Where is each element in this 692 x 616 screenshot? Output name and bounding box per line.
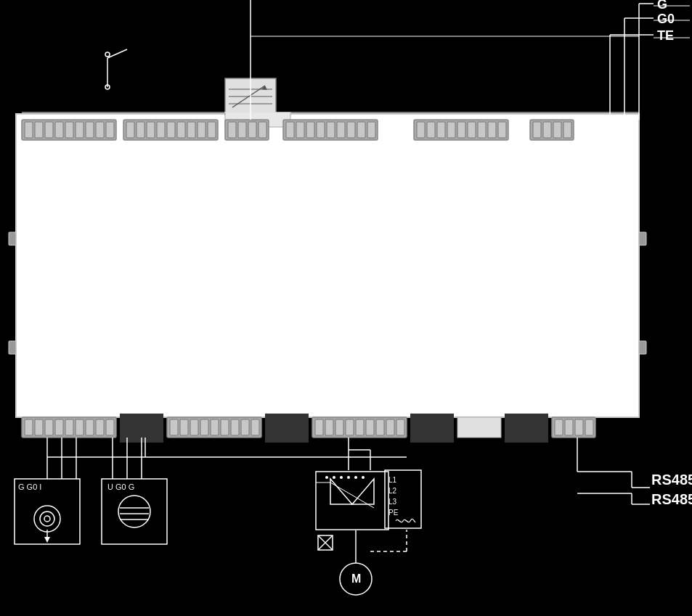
- svg-rect-20: [198, 122, 205, 138]
- svg-rect-45: [417, 122, 425, 138]
- svg-rect-14: [137, 122, 144, 138]
- svg-rect-75: [211, 419, 219, 435]
- svg-rect-9: [86, 122, 94, 138]
- svg-rect-97: [575, 419, 583, 435]
- svg-rect-95: [555, 419, 563, 435]
- svg-rect-32: [248, 122, 256, 138]
- svg-rect-68: [106, 419, 114, 435]
- svg-rect-13: [126, 122, 134, 138]
- svg-rect-1: [16, 114, 639, 417]
- svg-rect-85: [346, 419, 354, 435]
- svg-rect-8: [76, 122, 84, 138]
- svg-text:L3: L3: [388, 498, 397, 506]
- svg-rect-96: [565, 419, 573, 435]
- svg-rect-31: [238, 122, 246, 138]
- svg-rect-21: [208, 122, 216, 138]
- svg-rect-7: [65, 122, 73, 138]
- svg-rect-41: [347, 122, 355, 138]
- svg-text:M: M: [351, 572, 361, 585]
- svg-point-140: [362, 476, 365, 479]
- svg-rect-18: [177, 122, 185, 138]
- svg-rect-99: [9, 232, 16, 245]
- svg-rect-43: [367, 122, 375, 138]
- svg-rect-88: [376, 419, 384, 435]
- svg-text:U  G0  G: U G0 G: [107, 482, 134, 491]
- svg-rect-77: [231, 419, 239, 435]
- svg-rect-98: [585, 419, 593, 435]
- svg-rect-6: [55, 122, 63, 138]
- svg-rect-93: [505, 414, 548, 443]
- svg-rect-66: [86, 419, 94, 435]
- svg-rect-49: [457, 122, 465, 138]
- label-rs485-plus: RS485 +: [651, 472, 692, 488]
- svg-rect-58: [563, 122, 571, 138]
- svg-rect-87: [366, 419, 374, 435]
- label-g: G: [657, 0, 667, 12]
- svg-rect-67: [96, 419, 104, 435]
- svg-rect-36: [296, 122, 304, 138]
- svg-rect-35: [286, 122, 294, 138]
- svg-rect-46: [427, 122, 435, 138]
- svg-rect-5: [45, 122, 53, 138]
- svg-rect-71: [170, 419, 178, 435]
- svg-rect-47: [437, 122, 445, 138]
- svg-rect-84: [335, 419, 343, 435]
- svg-point-137: [340, 476, 343, 479]
- label-g0: G0: [657, 12, 675, 26]
- svg-rect-92: [457, 417, 501, 438]
- label-rs485-minus: RS485 –: [651, 491, 692, 507]
- svg-rect-91: [410, 414, 454, 443]
- svg-rect-33: [259, 122, 266, 138]
- svg-rect-86: [356, 419, 364, 435]
- svg-rect-73: [190, 419, 198, 435]
- svg-rect-3: [25, 122, 33, 138]
- svg-text:L1: L1: [388, 476, 397, 484]
- svg-text:L2: L2: [388, 487, 397, 495]
- svg-rect-90: [396, 419, 404, 435]
- svg-rect-16: [157, 122, 165, 138]
- svg-rect-10: [96, 122, 104, 138]
- svg-rect-56: [543, 122, 551, 138]
- svg-rect-76: [221, 419, 229, 435]
- svg-rect-50: [468, 122, 476, 138]
- label-te: TE: [657, 28, 674, 43]
- svg-rect-11: [106, 122, 114, 138]
- svg-rect-83: [325, 419, 333, 435]
- svg-rect-62: [45, 419, 53, 435]
- svg-rect-30: [228, 122, 236, 138]
- svg-rect-82: [315, 419, 323, 435]
- svg-rect-78: [241, 419, 249, 435]
- svg-rect-100: [9, 341, 16, 354]
- svg-text:G  G0  I: G G0 I: [18, 482, 41, 491]
- svg-rect-79: [251, 419, 259, 435]
- svg-rect-37: [306, 122, 314, 138]
- svg-rect-80: [265, 414, 309, 443]
- svg-point-139: [354, 476, 357, 479]
- svg-rect-102: [639, 341, 646, 354]
- svg-rect-53: [498, 122, 506, 138]
- svg-rect-42: [357, 122, 365, 138]
- svg-rect-57: [553, 122, 561, 138]
- svg-rect-89: [386, 419, 394, 435]
- svg-rect-48: [447, 122, 455, 138]
- svg-point-138: [347, 476, 350, 479]
- svg-rect-17: [167, 122, 175, 138]
- svg-text:PE: PE: [388, 509, 399, 517]
- svg-rect-4: [35, 122, 43, 138]
- svg-rect-51: [478, 122, 486, 138]
- svg-rect-19: [187, 122, 195, 138]
- svg-point-135: [325, 476, 328, 479]
- svg-rect-52: [488, 122, 496, 138]
- svg-rect-63: [55, 419, 63, 435]
- svg-rect-64: [65, 419, 73, 435]
- svg-rect-101: [639, 232, 646, 245]
- svg-rect-65: [76, 419, 84, 435]
- svg-rect-61: [35, 419, 43, 435]
- svg-rect-15: [147, 122, 155, 138]
- svg-rect-72: [180, 419, 188, 435]
- svg-rect-39: [327, 122, 335, 138]
- svg-rect-38: [317, 122, 325, 138]
- svg-point-136: [333, 476, 335, 479]
- svg-rect-74: [200, 419, 208, 435]
- svg-rect-40: [337, 122, 345, 138]
